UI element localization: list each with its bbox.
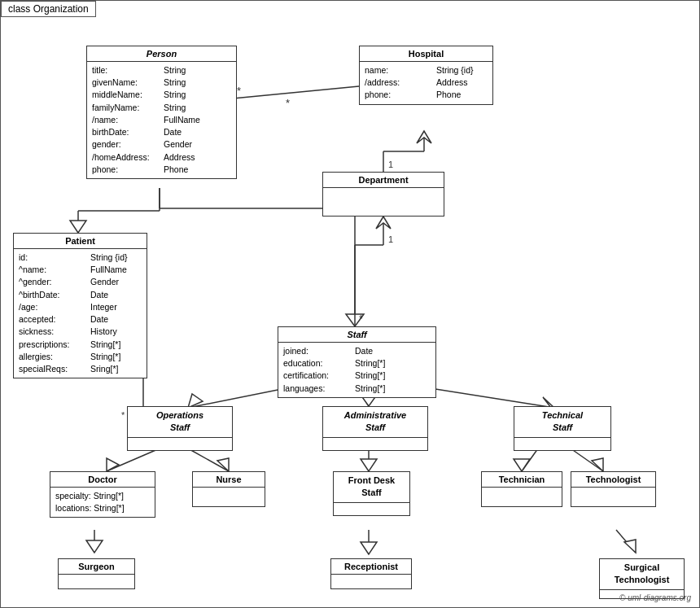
diagram-title: class Organization [1, 1, 96, 17]
svg-line-36 [571, 448, 603, 471]
patient-title: Patient [14, 234, 147, 249]
doctor-attrs: specialty: String[*] locations: String[*… [50, 488, 155, 517]
svg-marker-7 [346, 314, 364, 326]
technician-title: Technician [482, 472, 562, 488]
hospital-class: Hospital name:String {id} /address:Addre… [359, 46, 493, 105]
svg-marker-43 [624, 540, 636, 553]
surgical-technologist-title: SurgicalTechnologist [600, 559, 684, 590]
staff-title: Staff [278, 327, 435, 343]
staff-attrs: joined:Date education:String[*] certific… [278, 343, 435, 397]
surgeon-title: Surgeon [59, 559, 134, 575]
surgeon-class: Surgeon [58, 558, 135, 589]
staff-class: Staff joined:Date education:String[*] ce… [278, 326, 436, 398]
department-title: Department [323, 173, 444, 188]
technical-staff-title: TechnicalStaff [514, 407, 610, 438]
patient-attrs: id:String {id} ^name:FullName ^gender:Ge… [14, 249, 147, 378]
svg-text:*: * [286, 97, 290, 109]
patient-class: Patient id:String {id} ^name:FullName ^g… [13, 233, 147, 378]
svg-marker-39 [86, 540, 103, 553]
doctor-title: Doctor [50, 472, 155, 488]
svg-marker-31 [217, 458, 229, 471]
svg-marker-35 [514, 459, 530, 471]
person-class: Person title:String givenName:String mid… [86, 46, 237, 179]
svg-marker-33 [361, 459, 377, 471]
technician-class: Technician [481, 471, 562, 507]
svg-marker-37 [592, 458, 603, 471]
svg-marker-41 [361, 542, 377, 554]
copyright: © uml-diagrams.org [619, 593, 691, 602]
svg-text:1: 1 [388, 234, 393, 244]
person-title: Person [87, 46, 236, 62]
nurse-title: Nurse [193, 472, 265, 488]
department-class: Department [322, 172, 444, 217]
svg-line-30 [188, 448, 229, 471]
svg-text:1: 1 [388, 160, 393, 169]
department-attrs [323, 188, 444, 203]
svg-marker-3 [70, 221, 86, 233]
svg-marker-29 [107, 458, 119, 471]
svg-line-34 [522, 448, 538, 471]
receptionist-title: Receptionist [331, 559, 411, 575]
doctor-class: Doctor specialty: String[*] locations: S… [50, 471, 155, 518]
nurse-class: Nurse [192, 471, 265, 507]
svg-marker-11 [417, 131, 431, 143]
svg-text:*: * [359, 313, 363, 325]
operations-staff-title: OperationsStaff [128, 407, 232, 438]
administrative-staff-title: AdministrativeStaff [323, 407, 427, 438]
svg-line-42 [616, 530, 636, 553]
person-attrs: title:String givenName:String middleName… [87, 62, 236, 178]
receptionist-class: Receptionist [330, 558, 412, 589]
diagram-container: class Organization 1 * * [0, 0, 700, 608]
svg-line-28 [107, 448, 160, 471]
svg-line-14 [233, 86, 359, 98]
front-desk-staff-class: Front DeskStaff [333, 471, 410, 516]
front-desk-staff-title: Front DeskStaff [334, 472, 409, 503]
svg-text:*: * [121, 410, 125, 420]
technical-staff-class: TechnicalStaff [514, 406, 611, 451]
operations-staff-class: OperationsStaff [127, 406, 233, 451]
svg-marker-19 [376, 217, 391, 229]
technologist-title: Technologist [571, 472, 655, 488]
hospital-title: Hospital [360, 46, 492, 62]
hospital-attrs: name:String {id} /address:Address phone:… [360, 62, 492, 104]
administrative-staff-class: AdministrativeStaff [322, 406, 428, 451]
svg-text:*: * [237, 85, 241, 97]
technologist-class: Technologist [571, 471, 656, 507]
